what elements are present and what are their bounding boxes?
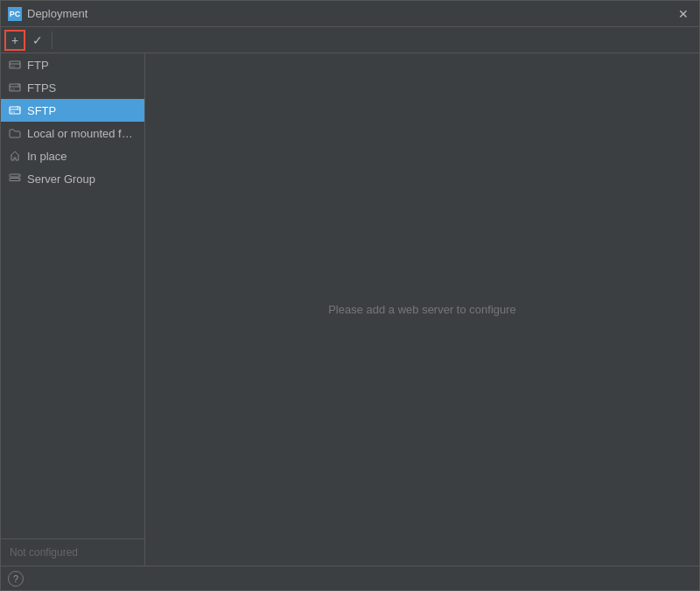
not-configured-label: Not configured xyxy=(10,546,78,559)
svg-point-2 xyxy=(11,66,12,67)
sidebar-item-local[interactable]: Local or mounted folder xyxy=(1,122,144,144)
not-configured: Not configured xyxy=(1,538,144,566)
ftps-icon xyxy=(8,81,22,95)
servergroup-label: Server Group xyxy=(27,172,95,186)
ftp-label: FTP xyxy=(27,59,49,72)
help-button[interactable]: ? xyxy=(8,571,24,587)
svg-rect-4 xyxy=(10,84,20,91)
close-button[interactable]: ✕ xyxy=(675,5,692,23)
content-area: Please add a web server to configure xyxy=(145,53,699,566)
sidebar-item-ftp[interactable]: FTP xyxy=(1,53,144,76)
confirm-button[interactable]: ✓ xyxy=(27,30,48,51)
svg-point-3 xyxy=(13,66,14,67)
main-content: FTP FTPS xyxy=(1,53,699,566)
home-icon xyxy=(8,149,22,163)
sidebar: FTP FTPS xyxy=(1,53,145,566)
toolbar: + ✓ xyxy=(1,27,699,53)
svg-point-14 xyxy=(18,175,19,176)
svg-point-7 xyxy=(13,88,14,89)
toolbar-divider xyxy=(52,32,52,49)
svg-point-6 xyxy=(11,88,12,89)
sidebar-list: FTP FTPS xyxy=(1,53,144,538)
placeholder-text: Please add a web server to configure xyxy=(328,303,516,316)
svg-point-10 xyxy=(11,111,12,112)
sidebar-item-inplace[interactable]: In place xyxy=(1,144,144,167)
inplace-label: In place xyxy=(27,150,67,163)
svg-point-15 xyxy=(18,179,19,179)
ftps-label: FTPS xyxy=(27,81,56,95)
window-title: Deployment xyxy=(27,7,88,20)
sftp-label: SFTP xyxy=(27,104,56,117)
title-bar: PC Deployment ✕ xyxy=(1,1,699,27)
status-bar: ? xyxy=(1,566,699,590)
sidebar-item-servergroup[interactable]: Server Group xyxy=(1,167,144,190)
svg-rect-0 xyxy=(10,61,20,68)
sidebar-item-sftp[interactable]: SFTP xyxy=(1,99,144,122)
sidebar-item-ftps[interactable]: FTPS xyxy=(1,76,144,99)
svg-point-11 xyxy=(13,111,14,112)
app-icon: PC xyxy=(8,7,22,21)
ftp-icon xyxy=(8,58,22,72)
servergroup-icon xyxy=(8,172,22,186)
title-bar-left: PC Deployment xyxy=(8,7,88,21)
deployment-window: PC Deployment ✕ + ✓ xyxy=(0,0,700,591)
add-button[interactable]: + xyxy=(4,30,25,51)
local-label: Local or mounted folder xyxy=(27,127,137,140)
folder-icon xyxy=(8,126,22,140)
sftp-icon xyxy=(8,103,22,117)
